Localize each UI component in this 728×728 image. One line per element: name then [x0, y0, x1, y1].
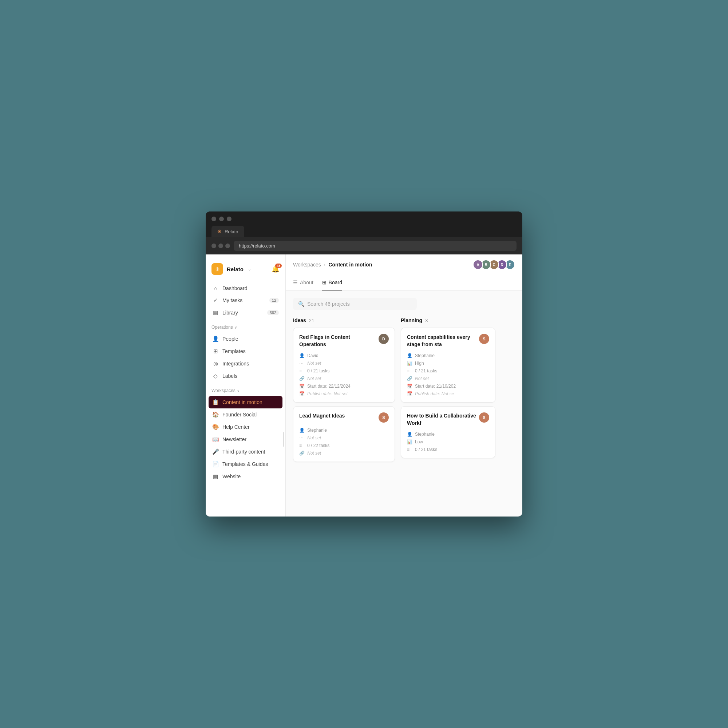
library-label: Library	[222, 310, 238, 316]
meta-link-row: 🔗 Not set	[299, 376, 389, 381]
meta-tasks-row: ≡ 0 / 21 tasks	[299, 369, 389, 373]
templates-label: Templates	[222, 348, 246, 354]
help-center-icon: 🎨	[212, 424, 219, 430]
search-bar[interactable]: 🔍 Search 46 projects	[293, 298, 417, 310]
workspace-item-founder-social[interactable]: 🏠 Founder Social	[209, 408, 283, 421]
card-collab-avatar: S	[479, 412, 489, 423]
link-icon-lm: 🔗	[299, 451, 304, 456]
link-icon-cc: 🔗	[407, 376, 412, 381]
card-collaborative-workflow[interactable]: How to Build a Collaborative Workf S 👤 S…	[401, 406, 496, 458]
card-collab-title: How to Build a Collaborative Workf	[407, 412, 476, 427]
meta-tasks-row-cc: ≡ 0 / 21 tasks	[407, 369, 489, 373]
publish-date-value: Publish date: Not set	[307, 391, 348, 396]
publish-date-icon: 📅	[299, 391, 304, 396]
sidebar-item-my-tasks[interactable]: ✓ My tasks 12	[209, 294, 283, 306]
avatar-1: A	[473, 260, 483, 270]
tasks-icon: ≡	[299, 369, 304, 373]
nav-dot-back[interactable]	[211, 243, 216, 248]
card-content-cap-avatar: S	[479, 334, 489, 344]
person-icon-lm: 👤	[299, 428, 304, 433]
assignee-value: David	[307, 353, 318, 358]
main-header: Workspaces › Content in motion A B C D E	[286, 254, 522, 275]
workspace-item-templates-guides[interactable]: 📄 Templates & Guides	[209, 458, 283, 470]
card-lead-magnet-title: Lead Magnet Ideas	[299, 412, 376, 420]
traffic-light-minimize[interactable]	[219, 217, 224, 221]
card-lead-magnet[interactable]: Lead Magnet Ideas S 👤 Stephanie ⋯	[293, 406, 395, 462]
website-icon: ▦	[212, 473, 219, 480]
tab-about[interactable]: ☰ About	[293, 275, 314, 291]
browser-nav-dots	[211, 243, 230, 248]
priority-value-lm: Not set	[307, 435, 321, 440]
workspace-item-newsletter[interactable]: 📖 Newsletter	[209, 433, 283, 445]
sidebar-app-title: Relato	[227, 266, 243, 272]
operations-section-label[interactable]: Operations ∨	[211, 325, 280, 330]
publish-date-value-cc: Publish date: Not se	[415, 391, 454, 396]
notification-button[interactable]: 🔔 48	[272, 265, 280, 273]
workspace-item-help-center[interactable]: 🎨 Help Center	[209, 421, 283, 433]
meta-link-row-cc: 🔗 Not set	[407, 376, 489, 381]
workspaces-section-label[interactable]: Workspaces ∨	[211, 388, 280, 393]
sidebar-header: ✳ Relato ⌄ 🔔 48	[206, 260, 285, 282]
workspace-item-content-in-motion[interactable]: 📋 Content in motion	[209, 396, 283, 408]
templates-guides-icon: 📄	[212, 461, 219, 467]
meta-assignee-row-cw: 👤 Stephanie	[407, 432, 489, 437]
sidebar-section-workspaces: Workspaces ∨	[206, 382, 285, 396]
sidebar-nav: ⌂ Dashboard ✓ My tasks 12 ▦ Library 362	[206, 282, 285, 319]
dashboard-label: Dashboard	[222, 285, 248, 291]
browser-chrome: ✳ Relato	[206, 211, 522, 237]
sidebar-item-labels[interactable]: ◇ Labels	[209, 370, 283, 382]
tasks-value: 0 / 21 tasks	[307, 369, 329, 373]
meta-link-row-lm: 🔗 Not set	[299, 451, 389, 456]
card-lead-magnet-meta: 👤 Stephanie ⋯ Not set ≡ 0 / 22 tasks	[299, 428, 389, 456]
content-in-motion-icon: 📋	[212, 399, 219, 405]
relato-tab-icon: ✳	[217, 229, 222, 234]
tasks-icon-cc: ≡	[407, 369, 412, 373]
card-lead-magnet-avatar: S	[379, 412, 389, 423]
people-label: People	[222, 336, 239, 342]
workspaces-label-text: Workspaces	[211, 388, 236, 393]
traffic-light-maximize[interactable]	[227, 217, 231, 221]
address-bar[interactable]: https://relato.com	[234, 241, 517, 251]
sidebar-item-dashboard[interactable]: ⌂ Dashboard	[209, 282, 283, 294]
card-content-cap-title: Content capabilities every stage from st…	[407, 334, 476, 348]
column-planning-count: 3	[425, 318, 428, 323]
sidebar-item-templates[interactable]: ⊞ Templates	[209, 345, 283, 358]
workspace-item-website[interactable]: ▦ Website	[209, 470, 283, 483]
card-red-flags-title: Red Flags in Content Operations	[299, 334, 376, 348]
main-content: Workspaces › Content in motion A B C D E…	[286, 254, 522, 517]
priority-value-cc: High	[415, 361, 424, 366]
card-content-capabilities[interactable]: Content capabilities every stage from st…	[401, 327, 496, 402]
sidebar-scroll-indicator[interactable]	[283, 432, 284, 447]
sidebar-item-people[interactable]: 👤 People	[209, 333, 283, 345]
column-planning-header: Planning 3	[401, 317, 496, 323]
tab-board[interactable]: ⊞ Board	[322, 275, 342, 291]
workspace-item-third-party[interactable]: 🎤 Third-party content	[209, 445, 283, 458]
traffic-light-close[interactable]	[211, 217, 216, 221]
link-value: Not set	[307, 376, 321, 381]
priority-value-cw: Low	[415, 439, 423, 444]
meta-priority-row: ⋯ Not set	[299, 361, 389, 366]
breadcrumb-workspaces[interactable]: Workspaces	[293, 262, 321, 268]
column-ideas: Ideas 21 Red Flags in Content Operations…	[293, 317, 395, 466]
workspaces-nav-container: 📋 Content in motion 🏠 Founder Social 🎨 H…	[206, 396, 285, 483]
integrations-label: Integrations	[222, 361, 249, 367]
relato-tab-title: Relato	[225, 229, 239, 234]
operations-label-text: Operations	[211, 325, 233, 330]
publish-date-icon-cc: 📅	[407, 391, 412, 396]
assignee-value-cw: Stephanie	[415, 432, 434, 437]
third-party-label: Third-party content	[222, 449, 265, 455]
active-tab[interactable]: ✳ Relato	[211, 226, 244, 237]
meta-start-date-row-cc: 📅 Start date: 21/10/202	[407, 384, 489, 389]
sidebar-item-integrations[interactable]: ◎ Integrations	[209, 358, 283, 370]
library-icon: ▦	[212, 309, 219, 316]
sidebar-item-library[interactable]: ▦ Library 362	[209, 306, 283, 319]
breadcrumb-separator: ›	[324, 262, 326, 268]
relato-chevron-icon[interactable]: ⌄	[248, 267, 251, 272]
content-in-motion-label: Content in motion	[222, 399, 262, 405]
tasks-value-lm: 0 / 22 tasks	[307, 443, 329, 448]
card-red-flags[interactable]: Red Flags in Content Operations D 👤 Davi…	[293, 327, 395, 402]
card-red-flags-meta: 👤 David ⋯ Not set ≡ 0 / 21 tasks	[299, 353, 389, 396]
nav-dot-reload[interactable]	[225, 243, 230, 248]
search-input[interactable]: Search 46 projects	[307, 301, 350, 307]
nav-dot-forward[interactable]	[219, 243, 223, 248]
